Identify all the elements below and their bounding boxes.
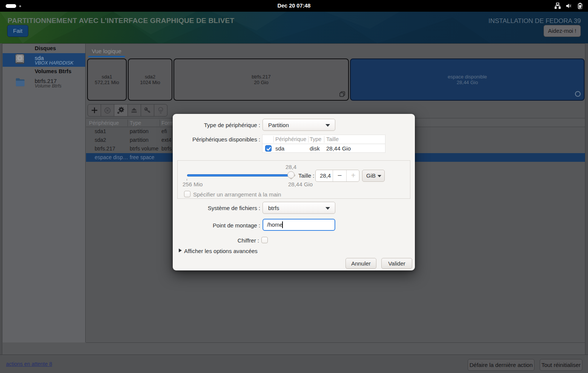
window-left-margin <box>0 43 2 355</box>
available-devices-table: Périphérique Type Taille sda disk 28,44 … <box>262 135 385 153</box>
window-right-margin <box>585 43 588 355</box>
gnome-top-bar: Dec 20 07:48 <box>0 0 588 12</box>
size-slider-handle[interactable] <box>287 171 295 178</box>
partition-box-free-space[interactable]: espace disponible 28,44 Gio <box>350 58 585 101</box>
cancel-button[interactable]: Annuler <box>345 258 376 269</box>
product-title: INSTALLATION DE FEDORA 39 <box>488 17 581 25</box>
chevron-down-icon <box>325 124 330 127</box>
partition-visualization: sda1 572,21 Mio sda2 1024 Mio btrfs.217 … <box>86 58 585 101</box>
folder-icon <box>15 77 25 89</box>
text-cursor <box>282 221 283 228</box>
slider-min-tick <box>187 179 187 181</box>
volume-icon <box>566 3 572 9</box>
battery-charging-icon <box>577 3 583 9</box>
filesystem-combobox[interactable]: btrfs <box>263 202 335 214</box>
device-checkbox[interactable] <box>265 145 272 152</box>
sidebar-item-btrfs217[interactable]: btrfs.217 Volume Btrfs <box>3 76 85 90</box>
device-type-combobox[interactable]: Partition <box>263 119 335 131</box>
available-device-row-sda[interactable]: sda disk 28,44 Gio <box>263 144 385 153</box>
key-icon[interactable] <box>141 104 154 116</box>
arrange-label: Spécifier un arrangement à la main <box>193 191 281 198</box>
help-button[interactable]: Aidez-moi ! <box>543 25 581 37</box>
sidebar-item-desc: VBOX HARDDISK <box>35 60 74 66</box>
add-button[interactable] <box>88 104 101 116</box>
bulb-icon[interactable] <box>154 104 167 116</box>
circle-icon <box>575 91 581 98</box>
size-spinbutton: 28,4 − + <box>315 170 359 182</box>
footer-bar: actions en attente 8 Défaire la dernière… <box>0 355 588 373</box>
eject-button[interactable] <box>128 104 141 116</box>
slider-value: 28,4 <box>269 164 313 170</box>
undo-button[interactable]: Défaire la dernière action <box>468 359 534 371</box>
system-tray[interactable] <box>554 0 583 12</box>
column-separator <box>127 120 128 126</box>
expander-arrow-icon[interactable] <box>179 249 182 252</box>
column-separator <box>308 136 309 143</box>
done-button[interactable]: Fait <box>7 25 28 37</box>
encrypt-label: Chiffrer : <box>238 237 259 244</box>
slider-pin-head <box>287 171 295 178</box>
ok-button[interactable]: Valider <box>381 258 412 269</box>
size-label: Taille : <box>298 172 315 179</box>
mountpoint-input[interactable]: /home <box>263 219 335 231</box>
spin-plus-button[interactable]: + <box>347 170 360 181</box>
col-device[interactable]: Périphérique <box>89 118 119 127</box>
stacked-copies-icon <box>339 91 345 98</box>
pending-actions-link[interactable]: actions en attente 8 <box>6 361 52 367</box>
clock[interactable]: Dec 20 07:48 <box>0 0 588 12</box>
arrange-checkbox[interactable] <box>184 191 190 197</box>
active-tab-underline <box>88 56 125 57</box>
window-bottom-strip <box>3 343 585 355</box>
mountpoint-label: Point de montage : <box>213 222 260 229</box>
sidebar-item-sda[interactable]: sda VBOX HARDDISK <box>3 53 85 67</box>
advanced-options-expander[interactable]: Afficher les options avancées <box>184 248 258 254</box>
devices-sidebar: Disques sda VBOX HARDDISK Volumes Btrfs <box>3 44 86 342</box>
partition-box-btrfs217[interactable]: btrfs.217 20 Gio <box>173 58 349 101</box>
column-separator <box>160 120 160 126</box>
partition-toolbar <box>88 104 167 117</box>
column-separator <box>273 136 274 143</box>
col-type[interactable]: Type <box>130 118 141 127</box>
tab-logical-view[interactable]: Vue logique <box>88 45 125 57</box>
sidebar-section-disks: Disques <box>3 44 85 53</box>
size-slider-fill <box>187 174 293 177</box>
installer-header: PARTITIONNEMENT AVEC L’INTERFACE GRAPHIQ… <box>0 12 588 43</box>
sidebar-section-btrfs: Volumes Btrfs <box>3 67 85 76</box>
partition-box-sda2[interactable]: sda2 1024 Mio <box>128 58 172 101</box>
edit-button[interactable] <box>114 104 127 116</box>
add-partition-dialog: Type de périphérique : Partition Périphé… <box>173 114 415 270</box>
reset-button[interactable]: Tout réinitialiser <box>540 359 582 371</box>
available-devices-header: Périphérique Type Taille <box>263 135 385 144</box>
network-wired-icon <box>554 3 561 9</box>
encrypt-checkbox[interactable] <box>261 237 268 243</box>
column-separator <box>324 136 324 143</box>
anaconda-blivet-screen: Dec 20 07:48 <box>0 0 588 373</box>
partition-box-sda1[interactable]: sda1 572,21 Mio <box>87 58 127 101</box>
slider-max-label: 28,44 Gio <box>260 181 341 187</box>
slider-min-label: 256 Mio <box>183 181 203 187</box>
unit-dropdown[interactable]: GiB <box>362 170 385 182</box>
size-frame: 28,4 256 Mio 28,44 Gio Taille : 28,4 − +… <box>177 160 410 199</box>
size-value[interactable]: 28,4 <box>320 170 331 181</box>
chevron-down-icon <box>378 175 381 177</box>
sidebar-item-desc: Volume Btrfs <box>35 83 61 89</box>
page-title: PARTITIONNEMENT AVEC L’INTERFACE GRAPHIQ… <box>8 17 234 25</box>
delete-button[interactable] <box>101 104 114 116</box>
spin-minus-button[interactable]: − <box>333 170 346 181</box>
chevron-down-icon <box>325 207 330 210</box>
hard-disk-icon <box>15 54 25 66</box>
device-type-label: Type de périphérique : <box>204 122 260 128</box>
available-devices-label: Périphériques disponibles : <box>192 136 260 143</box>
filesystem-label: Système de fichiers : <box>208 205 260 211</box>
